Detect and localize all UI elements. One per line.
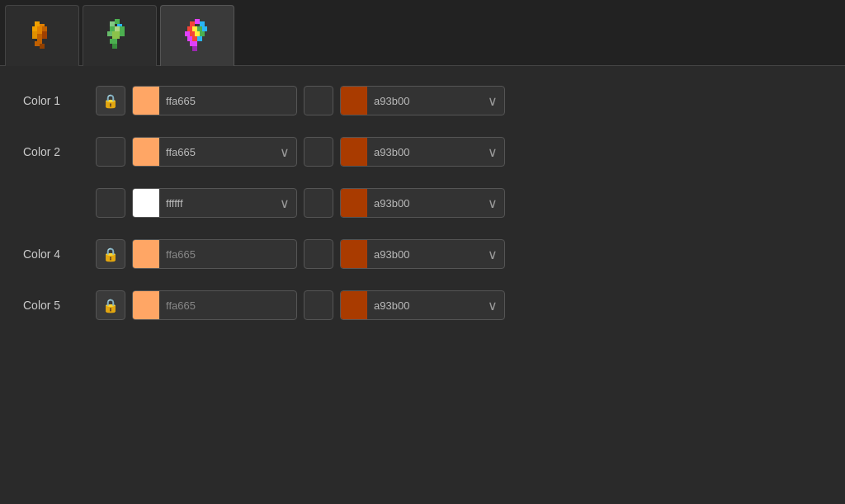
color-1-lock[interactable]: 🔒: [96, 86, 125, 115]
color-5-right-swatch[interactable]: [341, 291, 367, 319]
svg-rect-19: [110, 39, 117, 44]
color-3-right-hex: a93b00: [367, 197, 481, 210]
tab-2-icon: [100, 16, 139, 56]
color-1-left-swatch[interactable]: [133, 87, 159, 115]
svg-rect-15: [120, 26, 125, 31]
color-row-4: Color 4 🔒 ffa665 a93b00 ∨: [23, 233, 822, 276]
svg-rect-25: [192, 26, 197, 31]
color-3-right-input[interactable]: a93b00 ∨: [340, 188, 505, 218]
svg-rect-35: [190, 41, 197, 46]
color-4-right-arrow[interactable]: ∨: [481, 240, 504, 268]
color-3-right-swatch[interactable]: [341, 189, 367, 217]
color-1-mid-box[interactable]: [304, 86, 333, 115]
svg-rect-5: [32, 31, 37, 39]
svg-rect-33: [192, 36, 197, 41]
color-3-mid-box[interactable]: [304, 188, 333, 218]
color-4-left-swatch[interactable]: [133, 240, 159, 268]
svg-rect-27: [202, 26, 207, 31]
color-4-lock[interactable]: 🔒: [96, 239, 125, 269]
color-1-right-input[interactable]: a93b00 ∨: [340, 86, 505, 115]
svg-rect-14: [115, 26, 120, 31]
color-5-lock[interactable]: 🔒: [96, 290, 125, 320]
svg-rect-7: [42, 31, 47, 39]
lock-4-icon: 🔒: [102, 247, 119, 262]
color-2-lock[interactable]: [96, 137, 125, 167]
color-4-left-input[interactable]: ffa665: [132, 239, 297, 269]
color-5-right-arrow[interactable]: ∨: [481, 291, 504, 319]
svg-rect-26: [197, 26, 202, 31]
tab-3-icon: [177, 16, 217, 56]
color-4-right-swatch[interactable]: [341, 240, 367, 268]
lock-5-icon: 🔒: [102, 298, 119, 313]
chevron-down-icon-2: ∨: [280, 144, 290, 160]
color-row-1: Color 1 🔒 ffa665 a93b00 ∨: [23, 79, 822, 122]
color-5-label: Color 5: [23, 299, 89, 312]
svg-rect-34: [197, 36, 202, 41]
svg-rect-16: [107, 31, 112, 36]
color-2-right-swatch[interactable]: [341, 138, 367, 166]
color-1-label: Color 1: [23, 94, 89, 107]
color-4-right-hex: a93b00: [367, 248, 481, 261]
color-2-left-arrow[interactable]: ∨: [273, 138, 296, 166]
color-2-right-arrow[interactable]: ∨: [481, 138, 504, 166]
color-3-left-hex: ffffff: [159, 197, 273, 210]
svg-rect-36: [192, 46, 197, 51]
tab-1-icon: [22, 16, 62, 56]
color-1-left-input[interactable]: ffa665: [132, 86, 297, 115]
color-1-right-hex: a93b00: [367, 95, 481, 107]
svg-rect-2: [32, 26, 37, 31]
color-2-label: Color 2: [23, 145, 89, 158]
svg-rect-0: [35, 21, 40, 26]
tab-1[interactable]: [5, 5, 79, 66]
color-3-right-arrow[interactable]: ∨: [481, 189, 504, 217]
tab-3[interactable]: [160, 5, 234, 66]
color-5-left-input[interactable]: ffa665: [132, 290, 297, 320]
chevron-down-icon-6: ∨: [488, 247, 498, 262]
color-2-right-input[interactable]: a93b00 ∨: [340, 137, 505, 167]
color-5-left-swatch[interactable]: [133, 291, 159, 319]
svg-rect-28: [185, 31, 190, 36]
svg-rect-29: [190, 31, 195, 36]
svg-rect-23: [200, 21, 205, 26]
color-4-mid-box[interactable]: [304, 239, 333, 269]
color-5-right-hex: a93b00: [367, 299, 481, 312]
svg-rect-32: [187, 36, 192, 41]
color-1-right-swatch[interactable]: [341, 87, 367, 115]
svg-rect-21: [195, 19, 200, 24]
color-5-left-hex: ffa665: [159, 299, 296, 312]
svg-rect-18: [120, 31, 125, 36]
color-1-right-arrow[interactable]: ∨: [481, 87, 504, 115]
svg-rect-11: [110, 21, 115, 26]
color-2-left-swatch[interactable]: [133, 138, 159, 166]
color-row-5: Color 5 🔒 ffa665 a93b00 ∨: [23, 284, 822, 327]
color-1-left-hex: ffa665: [159, 95, 296, 107]
color-2-mid-box[interactable]: [304, 137, 333, 167]
svg-rect-30: [195, 31, 200, 36]
color-5-mid-box[interactable]: [304, 290, 333, 320]
svg-rect-31: [200, 31, 205, 36]
svg-rect-24: [187, 26, 192, 31]
tab-bar: [0, 0, 845, 66]
chevron-down-icon: ∨: [488, 93, 498, 109]
color-5-right-input[interactable]: a93b00 ∨: [340, 290, 505, 320]
svg-rect-9: [40, 44, 45, 49]
color-2-left-input[interactable]: ffa665 ∨: [132, 137, 297, 167]
color-4-right-input[interactable]: a93b00 ∨: [340, 239, 505, 269]
color-3-left-input[interactable]: ffffff ∨: [132, 188, 297, 218]
svg-rect-6: [37, 34, 42, 41]
color-3-left-arrow[interactable]: ∨: [273, 189, 296, 217]
tab-2[interactable]: [83, 5, 157, 66]
svg-rect-4: [42, 26, 47, 31]
color-4-label: Color 4: [23, 247, 89, 261]
svg-rect-10: [115, 19, 120, 24]
color-3-left-swatch[interactable]: [133, 189, 159, 217]
svg-rect-3: [37, 26, 42, 34]
svg-rect-20: [112, 44, 117, 49]
svg-rect-13: [110, 26, 115, 31]
color-row-3: ffffff ∨ a93b00 ∨: [23, 181, 822, 224]
svg-rect-17: [112, 31, 120, 39]
color-2-right-hex: a93b00: [367, 146, 481, 158]
chevron-down-icon-3: ∨: [488, 144, 498, 160]
main-container: Color 1 🔒 ffa665 a93b00 ∨ Color 2: [0, 0, 845, 504]
color-3-lock[interactable]: [96, 188, 125, 218]
